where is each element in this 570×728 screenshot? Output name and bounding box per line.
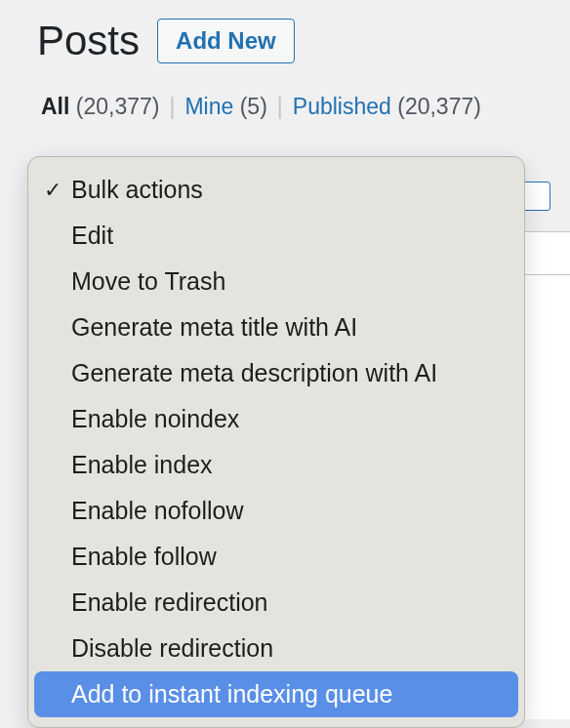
page-title: Posts: [37, 18, 140, 64]
bulk-action-option-enable-noindex[interactable]: Enable noindex: [34, 396, 518, 442]
bulk-action-label: Enable follow: [71, 543, 509, 571]
bulk-action-option-bulk-actions[interactable]: ✓ Bulk actions: [34, 167, 518, 213]
filter-divider: |: [169, 94, 175, 120]
bulk-action-label: Generate meta description with AI: [71, 359, 509, 387]
bulk-action-option-enable-index[interactable]: Enable index: [34, 442, 518, 488]
filter-all-label: All: [41, 94, 69, 119]
filter-mine-label: Mine: [184, 94, 233, 119]
bulk-action-label: Move to Trash: [71, 267, 509, 296]
bulk-action-option-enable-nofollow[interactable]: Enable nofollow: [34, 488, 518, 534]
bulk-action-label: Enable nofollow: [71, 497, 509, 525]
filter-mine-link[interactable]: Mine (5): [184, 94, 266, 120]
filter-published-label: Published: [293, 94, 391, 119]
filter-all-link[interactable]: All (20,377): [41, 94, 159, 120]
bulk-action-label: Enable noindex: [71, 405, 509, 433]
bulk-action-option-move-to-trash[interactable]: Move to Trash: [34, 259, 518, 304]
check-icon: ✓: [44, 178, 71, 203]
bulk-action-label: Bulk actions: [71, 176, 509, 204]
bulk-action-option-enable-follow[interactable]: Enable follow: [34, 534, 518, 580]
filter-published-count: (20,377): [397, 94, 481, 119]
bulk-action-label: Enable redirection: [71, 588, 509, 617]
bulk-action-option-add-instant-indexing[interactable]: Add to instant indexing queue: [34, 671, 518, 717]
bulk-action-option-generate-meta-title[interactable]: Generate meta title with AI: [34, 304, 518, 350]
filter-all-count: (20,377): [76, 94, 160, 119]
bulk-action-label: Add to instant indexing queue: [71, 680, 509, 708]
filter-links: All (20,377) | Mine (5) | Published (20,…: [0, 64, 570, 120]
bulk-action-option-edit[interactable]: Edit: [34, 213, 518, 259]
filter-published-link[interactable]: Published (20,377): [293, 94, 481, 120]
bulk-actions-dropdown[interactable]: ✓ Bulk actions Edit Move to Trash Genera…: [27, 156, 525, 728]
bulk-action-label: Edit: [71, 222, 509, 250]
bulk-action-option-disable-redirection[interactable]: Disable redirection: [34, 626, 518, 671]
bulk-action-option-generate-meta-description[interactable]: Generate meta description with AI: [34, 350, 518, 396]
bulk-action-option-enable-redirection[interactable]: Enable redirection: [34, 580, 518, 626]
bulk-action-label: Disable redirection: [71, 634, 509, 663]
filter-divider: |: [277, 94, 283, 120]
page-header: Posts Add New: [0, 0, 570, 64]
filter-mine-count: (5): [240, 94, 267, 119]
bulk-action-label: Enable index: [71, 451, 509, 479]
bulk-action-label: Generate meta title with AI: [71, 313, 509, 342]
add-new-button[interactable]: Add New: [157, 19, 295, 63]
